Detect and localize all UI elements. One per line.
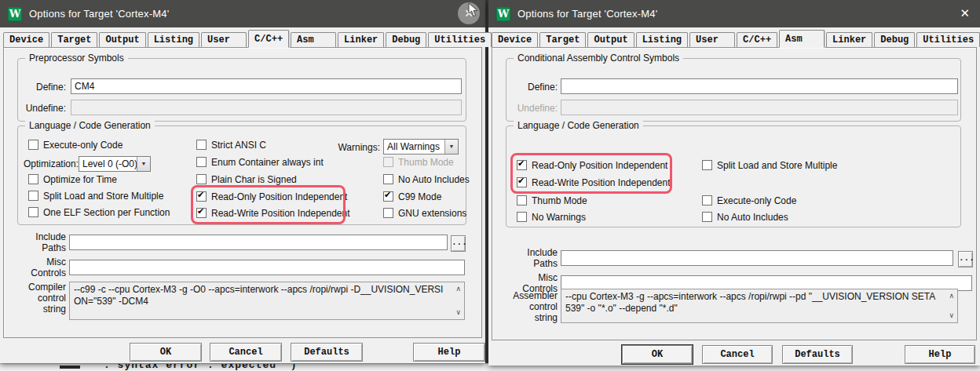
close-icon: ✕ — [960, 6, 970, 20]
define-input[interactable] — [561, 78, 958, 94]
include-paths-input[interactable] — [561, 250, 953, 266]
checkbox-box: ✔ — [517, 212, 527, 222]
checkbox-label: Read-Only Position Independent — [532, 160, 667, 171]
warnings-select[interactable]: All Warnings ▼ — [383, 139, 459, 155]
tab-output[interactable]: Output — [587, 32, 634, 47]
checkbox-no-warnings[interactable]: ✔ No Warnings — [517, 211, 586, 223]
define-label: Define: — [512, 82, 558, 93]
checkbox-optimize-for-time[interactable]: ✔ Optimize for Time — [28, 173, 117, 185]
tab-utilities[interactable]: Utilities — [428, 32, 492, 47]
tab-listing[interactable]: Listing — [148, 32, 199, 47]
ok-button[interactable]: OK — [130, 343, 202, 362]
tab-listing[interactable]: Listing — [636, 32, 688, 47]
screen: : syntax error : expected ')' W Options … — [0, 0, 980, 371]
check-icon: ✔ — [384, 190, 391, 200]
checkbox-read-write-position-independent[interactable]: ✔ Read-Write Position Independent — [196, 207, 350, 219]
undefine-label: Undefine: — [14, 103, 66, 114]
checkbox-no-auto-includes[interactable]: ✔ No Auto Includes — [383, 173, 470, 185]
tab-user[interactable]: User — [689, 32, 735, 47]
scroll-down-icon[interactable]: ∨ — [455, 309, 461, 316]
mouse-cursor-icon — [468, 2, 478, 17]
define-input[interactable] — [71, 78, 462, 94]
checkbox-box: ✔ — [28, 140, 38, 150]
tab-asm[interactable]: Asm — [779, 30, 825, 48]
checkbox-c99-mode[interactable]: ✔ C99 Mode — [383, 191, 441, 202]
tab-linker[interactable]: Linker — [826, 32, 872, 47]
checkbox-box: ✔ — [196, 157, 207, 167]
checkbox-one-elf-section-per-function[interactable]: ✔ One ELF Section per Function — [28, 206, 170, 218]
help-button[interactable]: Help — [413, 343, 485, 362]
check-icon: ✔ — [517, 158, 525, 169]
close-button[interactable]: ✕ — [458, 2, 480, 24]
tab-cpp[interactable]: C/C++ — [737, 32, 777, 47]
misc-controls-label: Misc Controls — [22, 256, 66, 278]
checkbox-read-only-position-independent[interactable]: ✔ Read-Only Position Independent — [196, 191, 347, 202]
scroll-up-icon[interactable]: ∧ — [455, 286, 461, 293]
checkbox-thumb-mode: ✔ Thumb Mode — [383, 156, 454, 168]
cancel-button[interactable]: Cancel — [702, 345, 773, 364]
tab-output[interactable]: Output — [99, 32, 145, 47]
tab-debug[interactable]: Debug — [386, 32, 426, 47]
chevron-down-icon[interactable]: ▼ — [444, 140, 458, 154]
checkbox-split-load-store-multiple[interactable]: ✔ Split Load and Store Multiple — [702, 159, 837, 171]
tab-asm[interactable]: Asm — [291, 32, 336, 47]
tab-target[interactable]: Target — [539, 32, 586, 47]
checkbox-read-write-position-independent[interactable]: ✔ Read-Write Position Independent — [517, 176, 671, 188]
defaults-button[interactable]: Defaults — [782, 345, 853, 364]
checkbox-box: ✔ — [28, 174, 38, 184]
include-paths-input[interactable] — [69, 235, 448, 250]
checkbox-enum-container-always-int[interactable]: ✔ Enum Container always int — [196, 156, 324, 168]
tab-utilities[interactable]: Utilities — [916, 32, 980, 47]
ok-button[interactable]: OK — [622, 345, 693, 364]
tab-linker[interactable]: Linker — [338, 32, 384, 47]
close-button[interactable]: ✕ — [960, 6, 970, 20]
options-dialog-cpp: W Options for Target 'Cortex-M4' ✕ Devic… — [0, 0, 485, 363]
checkbox-execute-only-code[interactable]: ✔ Execute-only Code — [28, 139, 122, 151]
include-paths-browse-button[interactable]: ... — [958, 251, 973, 267]
optimization-select[interactable]: Level 0 (-O0) ▼ — [79, 156, 151, 172]
tab-user[interactable]: User — [201, 32, 247, 47]
tab-target[interactable]: Target — [51, 32, 97, 47]
checkbox-label: One ELF Section per Function — [43, 207, 170, 218]
checkbox-strict-ansi-c[interactable]: ✔ Strict ANSI C — [196, 139, 266, 151]
checkbox-read-only-position-independent[interactable]: ✔ Read-Only Position Independent — [517, 159, 667, 171]
tab-cpp[interactable]: C/C++ — [248, 30, 289, 48]
tab-debug[interactable]: Debug — [874, 32, 915, 47]
scroll-up-icon[interactable]: ∧ — [949, 293, 954, 300]
checkbox-label: Strict ANSI C — [211, 140, 266, 151]
checkbox-box: ✔ — [383, 191, 393, 202]
checkbox-split-load-store-multiple[interactable]: ✔ Split Load and Store Multiple — [28, 190, 163, 202]
window-title: Options for Target 'Cortex-M4' — [29, 8, 169, 20]
tab-device[interactable]: Device — [492, 32, 538, 47]
checkbox-no-auto-includes[interactable]: ✔ No Auto Includes — [702, 211, 788, 223]
help-button[interactable]: Help — [905, 345, 975, 364]
checkbox-label: Read-Write Position Independent — [532, 177, 671, 188]
checkbox-thumb-mode[interactable]: ✔ Thumb Mode — [517, 195, 587, 206]
checkbox-box: ✔ — [517, 177, 527, 187]
checkbox-label: Split Load and Store Multiple — [717, 160, 837, 171]
chevron-down-icon[interactable]: ▼ — [137, 157, 150, 171]
checkbox-plain-char-is-signed[interactable]: ✔ Plain Char is Signed — [196, 173, 297, 185]
include-paths-browse-button[interactable]: ... — [451, 235, 466, 252]
group-label: Language / Code Generation — [514, 120, 643, 131]
group-label: Language / Code Generation — [25, 120, 155, 131]
misc-controls-input[interactable] — [69, 260, 465, 275]
warnings-value: All Warnings — [384, 140, 444, 154]
undefine-input[interactable] — [71, 100, 462, 115]
checkbox-box: ✔ — [196, 191, 207, 202]
clipped-background-token — [60, 366, 80, 369]
group-label: Preprocessor Symbols — [25, 53, 128, 64]
checkbox-box: ✔ — [383, 174, 393, 184]
checkbox-gnu-extensions[interactable]: ✔ GNU extensions — [383, 207, 466, 219]
checkbox-label: Thumb Mode — [532, 195, 587, 206]
title-bar: W Options for Target 'Cortex-M4' ✕ — [488, 0, 980, 27]
checkbox-execute-only-code[interactable]: ✔ Execute-only Code — [702, 195, 796, 206]
options-dialog-asm: W Options for Target 'Cortex-M4' ✕ Devic… — [488, 0, 980, 366]
cancel-button[interactable]: Cancel — [210, 343, 282, 362]
scroll-down-icon[interactable]: ∨ — [949, 312, 954, 319]
defaults-button[interactable]: Defaults — [291, 343, 363, 362]
undefine-input[interactable] — [561, 100, 958, 115]
include-paths-label: Include Paths — [22, 231, 66, 253]
checkbox-box: ✔ — [196, 208, 207, 218]
tab-device[interactable]: Device — [3, 32, 49, 47]
